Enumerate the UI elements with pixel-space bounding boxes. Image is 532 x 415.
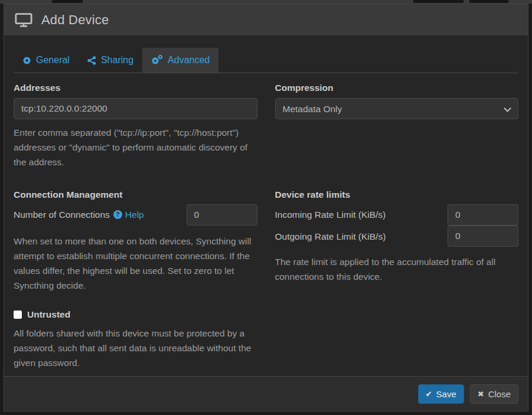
device-monitor-icon — [15, 12, 32, 28]
addresses-input[interactable] — [14, 98, 257, 119]
background-text-remnant — [52, 0, 83, 3]
share-icon — [87, 56, 96, 65]
untrusted-help-text: All folders shared with this device must… — [14, 326, 257, 370]
tab-sharing[interactable]: Sharing — [79, 48, 142, 73]
incoming-rate-limit-input[interactable] — [448, 204, 518, 226]
tab-advanced-label: Advanced — [168, 55, 210, 66]
dialog-footer: ✔ Save ✖ Close — [4, 376, 528, 411]
incoming-rate-limit-label: Incoming Rate Limit (KiB/s) — [275, 210, 386, 220]
outgoing-rate-limit-label: Outgoing Rate Limit (KiB/s) — [275, 231, 386, 242]
number-of-connections-input[interactable] — [187, 204, 257, 226]
outgoing-rate-limit-input[interactable] — [448, 226, 518, 247]
addresses-help-text: Enter comma separated ("tcp://ip:port", … — [14, 125, 257, 169]
close-button-label: Close — [488, 389, 511, 399]
background-text-remnant — [469, 0, 508, 3]
number-of-connections-label: Number of Connections — [14, 210, 110, 220]
gear-icon — [22, 56, 31, 65]
connection-management-heading: Connection Management — [14, 189, 257, 200]
save-button-label: Save — [436, 389, 456, 399]
untrusted-section: Untrusted All folders shared with this d… — [14, 309, 257, 370]
dialog-body: General Sharing — [4, 36, 528, 376]
compression-label: Compression — [275, 83, 519, 93]
device-rate-limits-heading: Device rate limits — [275, 189, 519, 200]
connections-help-link[interactable]: ? Help — [113, 210, 144, 220]
tab-sharing-label: Sharing — [101, 55, 133, 66]
compression-select[interactable]: Metadata Only — [275, 98, 519, 119]
rate-limit-help-text: The rate limit is applied to the accumul… — [275, 254, 519, 284]
tab-advanced[interactable]: Advanced — [142, 48, 218, 73]
x-icon: ✖ — [478, 390, 484, 398]
save-button[interactable]: ✔ Save — [418, 384, 464, 404]
device-rate-limits-section: Device rate limits Incoming Rate Limit (… — [275, 189, 519, 293]
dialog-title: Add Device — [41, 12, 109, 28]
dialog-header: Add Device — [4, 4, 528, 36]
connection-management-help-text: When set to more than one on both device… — [14, 234, 257, 293]
addresses-label: Addresses — [14, 83, 257, 93]
check-icon: ✔ — [426, 390, 432, 398]
tab-general[interactable]: General — [14, 48, 79, 73]
cogs-icon — [151, 55, 163, 65]
addresses-section: Addresses Enter comma separated ("tcp://… — [14, 83, 257, 169]
add-device-dialog: Add Device General — [4, 4, 528, 411]
untrusted-checkbox[interactable] — [14, 311, 22, 319]
tab-bar: General Sharing — [14, 48, 518, 73]
connection-management-section: Connection Management Number of Connecti… — [14, 189, 257, 293]
untrusted-label: Untrusted — [27, 309, 70, 320]
tab-general-label: General — [36, 55, 70, 66]
background-text-remnant — [413, 0, 464, 3]
question-circle-icon: ? — [113, 210, 122, 219]
close-button[interactable]: ✖ Close — [470, 384, 518, 404]
help-link-label: Help — [125, 210, 144, 220]
compression-section: Compression Metadata Only — [275, 83, 519, 169]
